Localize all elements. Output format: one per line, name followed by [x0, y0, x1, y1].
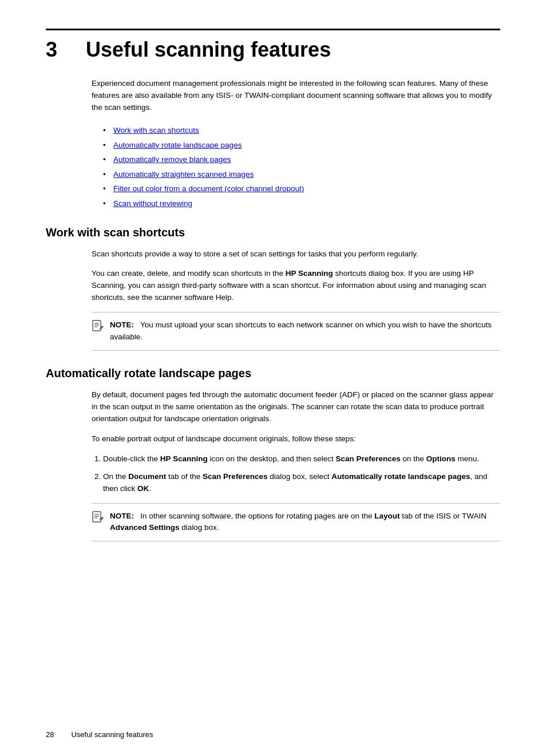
section2-para2: To enable portrait output of landscape d… — [92, 433, 500, 445]
svg-rect-0 — [93, 320, 101, 331]
section2-para1: By default, document pages fed through t… — [92, 389, 500, 425]
toc-list: Work with scan shortcuts Automatically r… — [103, 124, 500, 210]
toc-link-rotate[interactable]: Automatically rotate landscape pages — [113, 141, 242, 149]
page-footer: 28 Useful scanning features — [46, 730, 500, 739]
section1-para1: Scan shortcuts provide a way to store a … — [92, 248, 500, 260]
chapter-header: 3 Useful scanning features — [46, 29, 500, 62]
section2-content: By default, document pages fed through t… — [92, 389, 500, 541]
chapter-title-text: Useful scanning features — [86, 38, 331, 61]
svg-line-9 — [99, 519, 100, 520]
toc-link-color-dropout[interactable]: Filter out color from a document (color … — [113, 184, 304, 193]
page-number: 28 — [46, 730, 54, 739]
footer-chapter-title: Useful scanning features — [71, 730, 153, 739]
list-item: Automatically rotate landscape pages — [103, 139, 500, 152]
section1-note: NOTE: You must upload your scan shortcut… — [92, 312, 500, 351]
section-shortcuts: Work with scan shortcuts Scan shortcuts … — [46, 226, 500, 351]
toc-link-scan-without-reviewing[interactable]: Scan without reviewing — [113, 199, 192, 208]
section2-note: NOTE: In other scanning software, the op… — [92, 503, 500, 542]
section1-heading: Work with scan shortcuts — [46, 226, 500, 239]
note-symbol-icon-2 — [92, 511, 104, 524]
toc-link-shortcuts[interactable]: Work with scan shortcuts — [113, 126, 199, 134]
list-item: Scan without reviewing — [103, 197, 500, 210]
chapter-title: 3 Useful scanning features — [46, 37, 500, 62]
svg-rect-5 — [93, 512, 101, 522]
chapter-number: 3 — [46, 38, 57, 61]
section1-para2: You can create, delete, and modify scan … — [92, 268, 500, 304]
section-rotate: Automatically rotate landscape pages By … — [46, 367, 500, 541]
note-symbol-icon — [92, 320, 104, 333]
note-icon-2 — [92, 511, 104, 527]
step-2: On the Document tab of the Scan Preferen… — [103, 471, 500, 495]
section2-steps: Double-click the HP Scanning icon on the… — [103, 453, 500, 495]
page-container: 3 Useful scanning features Experienced d… — [0, 0, 546, 756]
list-item: Automatically remove blank pages — [103, 153, 500, 166]
list-item: Filter out color from a document (color … — [103, 183, 500, 195]
section1-note-text: NOTE: You must upload your scan shortcut… — [110, 319, 500, 343]
toc-link-remove-blank[interactable]: Automatically remove blank pages — [113, 155, 231, 164]
intro-paragraph: Experienced document management professi… — [92, 78, 500, 114]
svg-line-4 — [99, 328, 100, 329]
list-item: Work with scan shortcuts — [103, 124, 500, 137]
toc-link-straighten[interactable]: Automatically straighten scanned images — [113, 170, 254, 179]
note-icon — [92, 320, 104, 335]
section1-content: Scan shortcuts provide a way to store a … — [92, 248, 500, 351]
section2-note-text: NOTE: In other scanning software, the op… — [110, 510, 500, 535]
step-1: Double-click the HP Scanning icon on the… — [103, 453, 500, 465]
list-item: Automatically straighten scanned images — [103, 168, 500, 181]
section2-heading: Automatically rotate landscape pages — [46, 367, 500, 380]
